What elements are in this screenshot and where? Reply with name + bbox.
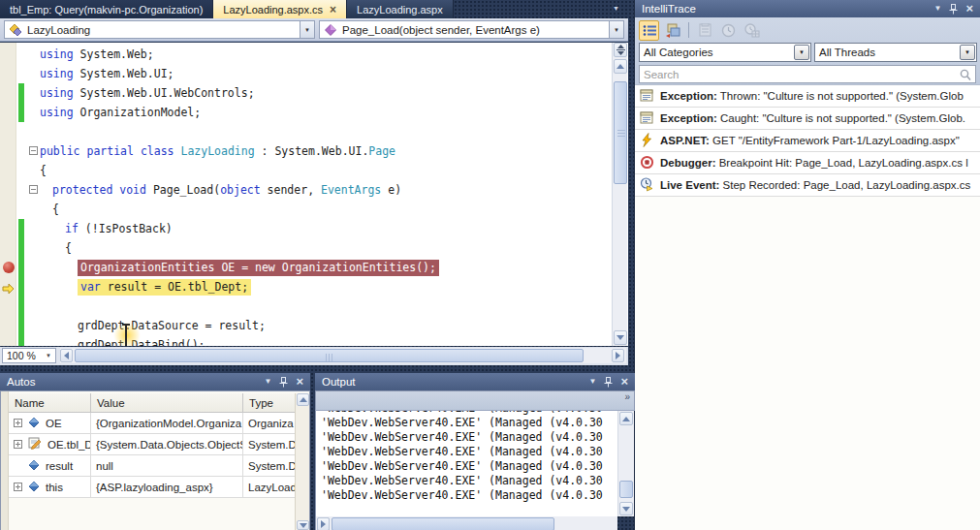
scroll-down-button[interactable] [619,502,633,515]
fold-collapse-icon[interactable] [29,146,38,155]
token: using [40,86,74,100]
close-icon[interactable]: × [296,377,303,387]
exception-event-icon [640,110,654,125]
intellitrace-event-row[interactable]: Exception: Thrown: "Culture is not suppo… [635,85,980,108]
output-vscroll-thumb[interactable] [619,481,633,498]
calls-view-button[interactable] [662,20,682,41]
expand-icon[interactable] [14,440,22,449]
code-text: protected void Page_Load(object sender, … [52,180,401,200]
breakpoint-icon[interactable] [3,262,15,273]
code-text: grdDept.DataSource = result; [78,316,266,335]
document-tab[interactable]: LazyLoading.aspx [347,0,454,18]
document-tabstrip: tbl_Emp: Query(makvin-pc.Organization)La… [0,0,628,18]
watch-row[interactable]: this{ASP.lazyloading_aspx}LazyLoad [9,477,294,498]
trace-table-button[interactable] [742,20,762,41]
types-dropdown-button[interactable]: ▼ [300,21,314,38]
threads-filter-dropdown[interactable]: All Threads ▼ [814,43,977,62]
threads-dropdown-button[interactable]: ▼ [960,45,975,60]
token: OrganizationModel; [74,106,202,119]
event-category: ASP.NET: [660,135,710,146]
categories-filter-dropdown[interactable]: All Categories ▼ [639,43,811,62]
aspnet-event-icon [640,133,654,147]
watch-row[interactable]: OE{OrganizationModel.OrganizaOrganiza [9,413,294,434]
scroll-right-button[interactable] [612,349,624,362]
event-text: Exception: Caught: "Culture is not suppo… [660,112,965,124]
window-menu-icon[interactable]: ▼ [933,5,941,13]
token: protected [52,183,112,197]
window-menu-icon[interactable]: ▼ [588,378,596,386]
intellitrace-event-row[interactable]: Live Event: Step Recorded: Page_Load, La… [635,174,980,197]
scroll-up-button[interactable] [614,59,627,74]
event-icon-wrap [640,133,654,149]
change-bar [18,316,24,335]
editor-vscroll-thumb[interactable] [614,81,627,184]
output-log[interactable]: 'WebDev.WebServer40.EXE' (Managed (v4.0.… [316,411,617,516]
event-text: Debugger: Breakpoint Hit: Page_Load, Laz… [660,157,968,169]
members-dropdown-button[interactable]: ▼ [609,21,623,38]
watch-row[interactable]: resultnullSystem.D [9,455,294,477]
intellitrace-event-list: Exception: Thrown: "Culture is not suppo… [635,85,980,197]
output-hscroll-thumb[interactable] [332,517,554,530]
intellitrace-titlebar[interactable]: IntelliTrace ▼ × [635,0,980,17]
code-editor[interactable]: using System.Web;using System.Web.UI;usi… [0,43,628,346]
members-dropdown[interactable]: Page_Load(object sender, EventArgs e) ▼ [319,20,624,39]
editor-vertical-scrollbar[interactable] [612,43,627,346]
event-description: GET "/EntityFramework Part-1/LazyLoading… [710,135,960,146]
intellitrace-event-row[interactable]: Debugger: Breakpoint Hit: Page_Load, Laz… [635,152,980,174]
intellitrace-search-box[interactable] [639,65,976,83]
left-arrow-icon [64,352,69,359]
scroll-up-button[interactable] [297,393,309,406]
scroll-down-button[interactable] [614,330,627,345]
output-horizontal-scrollbar[interactable] [316,516,617,530]
up-arrow-icon [300,397,307,402]
class-icon [9,23,22,37]
scroll-left-button[interactable] [60,349,73,362]
document-well-dropdown-icon[interactable]: ▼ [613,5,619,12]
output-vertical-scrollbar[interactable] [617,411,634,516]
code-line: protected void Page_Load(object sender, … [0,180,612,200]
watch-name: OE.tbl_D [47,439,91,451]
editor-hscroll-thumb[interactable] [75,349,584,362]
pin-icon[interactable] [279,377,288,388]
pin-icon[interactable] [949,4,958,15]
fold-collapse-icon[interactable] [29,185,38,194]
window-menu-icon[interactable]: ▼ [264,378,271,386]
column-header-name[interactable]: Name [9,393,91,413]
intellitrace-toolbar [639,19,762,41]
column-header-type[interactable]: Type [243,393,301,413]
splitter-handle[interactable] [614,43,627,57]
output-toolbar: » [315,390,635,411]
token [134,144,141,158]
categories-dropdown-button[interactable]: ▼ [794,45,809,60]
expand-icon[interactable] [14,483,22,491]
tab-close-icon[interactable]: × [330,5,336,15]
close-icon[interactable]: × [965,4,973,14]
code-text: using System.Web; [40,45,154,64]
search-input[interactable] [644,67,956,81]
document-tab[interactable]: tbl_Emp: Query(makvin-pc.Organization) [0,0,213,18]
tab-label: LazyLoading.aspx.cs [223,4,323,16]
autos-vertical-scrollbar[interactable] [295,393,309,530]
toolbar-overflow-icon[interactable]: » [624,391,630,402]
types-dropdown[interactable]: LazyLoading ▼ [4,20,315,39]
output-titlebar[interactable]: Output ▼ × [315,373,635,390]
scroll-down-button[interactable] [297,520,309,530]
events-view-button[interactable] [639,20,659,41]
column-header-value[interactable]: Value [91,393,243,413]
pin-icon[interactable] [604,377,613,388]
autos-titlebar[interactable]: Autos ▼ × [0,373,310,390]
scroll-right-button[interactable] [317,517,330,530]
watch-row[interactable]: OE.tbl_D{System.Data.Objects.ObjectSSyst… [9,434,294,455]
tasks-button[interactable] [695,20,715,41]
document-tab[interactable]: LazyLoading.aspx.cs× [213,0,347,18]
intellitrace-event-row[interactable]: Exception: Caught: "Culture is not suppo… [635,108,980,130]
clock-table-icon [744,23,760,38]
timeline-button[interactable] [718,20,739,41]
editor-zoom-dropdown[interactable]: 100 % ▼ [2,348,56,363]
scroll-up-button[interactable] [619,412,633,425]
highlight-current: var result = OE.tbl_Dept; [78,279,251,296]
editor-horizontal-scrollbar[interactable] [60,348,626,363]
expand-icon[interactable] [14,419,22,427]
intellitrace-event-row[interactable]: ASP.NET: GET "/EntityFramework Part-1/La… [635,130,980,152]
close-icon[interactable]: × [620,377,628,387]
